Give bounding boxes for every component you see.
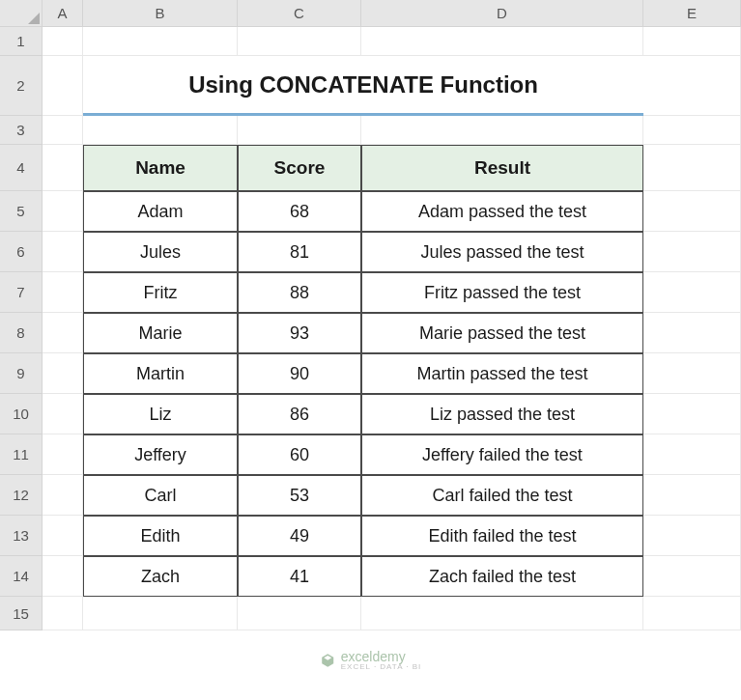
table-cell-name[interactable]: Liz xyxy=(83,394,238,434)
table-cell-result[interactable]: Zach failed the test xyxy=(361,556,643,597)
cell-a10[interactable] xyxy=(43,394,83,434)
table-cell-score[interactable]: 49 xyxy=(238,516,361,556)
row-header-6[interactable]: 6 xyxy=(0,232,43,272)
table-header-name[interactable]: Name xyxy=(83,145,238,191)
cell-a13[interactable] xyxy=(43,516,83,556)
col-header-b[interactable]: B xyxy=(83,0,238,27)
row-header-7[interactable]: 7 xyxy=(0,272,43,313)
row-header-12[interactable]: 12 xyxy=(0,475,43,516)
cell-b3[interactable] xyxy=(83,116,238,145)
table-cell-result[interactable]: Marie passed the test xyxy=(361,313,643,353)
cell-b1[interactable] xyxy=(83,27,238,56)
table-cell-score[interactable]: 60 xyxy=(238,434,361,475)
cell-e13[interactable] xyxy=(643,516,741,556)
cell-a2[interactable] xyxy=(43,56,83,116)
cell-e9[interactable] xyxy=(643,353,741,394)
table-cell-name[interactable]: Jeffery xyxy=(83,434,238,475)
row-header-15[interactable]: 15 xyxy=(0,597,43,630)
row-header-5[interactable]: 5 xyxy=(0,191,43,232)
cell-a4[interactable] xyxy=(43,145,83,191)
cell-c1[interactable] xyxy=(238,27,361,56)
cell-e14[interactable] xyxy=(643,556,741,597)
row-header-9[interactable]: 9 xyxy=(0,353,43,394)
table-cell-result[interactable]: Jules passed the test xyxy=(361,232,643,272)
table-cell-name[interactable]: Adam xyxy=(83,191,238,232)
cell-e12[interactable] xyxy=(643,475,741,516)
table-cell-result[interactable]: Adam passed the test xyxy=(361,191,643,232)
table-cell-score[interactable]: 53 xyxy=(238,475,361,516)
cell-c3[interactable] xyxy=(238,116,361,145)
row-header-13[interactable]: 13 xyxy=(0,516,43,556)
cell-a5[interactable] xyxy=(43,191,83,232)
row-header-3[interactable]: 3 xyxy=(0,116,43,145)
table-cell-score[interactable]: 68 xyxy=(238,191,361,232)
cell-a11[interactable] xyxy=(43,434,83,475)
table-cell-name[interactable]: Carl xyxy=(83,475,238,516)
table-cell-name[interactable]: Martin xyxy=(83,353,238,394)
cell-a9[interactable] xyxy=(43,353,83,394)
table-cell-result[interactable]: Carl failed the test xyxy=(361,475,643,516)
table-cell-score[interactable]: 90 xyxy=(238,353,361,394)
cell-a3[interactable] xyxy=(43,116,83,145)
table-cell-score[interactable]: 41 xyxy=(238,556,361,597)
cell-e11[interactable] xyxy=(643,434,741,475)
cell-e1[interactable] xyxy=(643,27,741,56)
table-header-result[interactable]: Result xyxy=(361,145,643,191)
cell-a6[interactable] xyxy=(43,232,83,272)
cell-a8[interactable] xyxy=(43,313,83,353)
cell-e5[interactable] xyxy=(643,191,741,232)
cell-a12[interactable] xyxy=(43,475,83,516)
cell-e4[interactable] xyxy=(643,145,741,191)
cell-a7[interactable] xyxy=(43,272,83,313)
cell-e8[interactable] xyxy=(643,313,741,353)
row-header-4[interactable]: 4 xyxy=(0,145,43,191)
spreadsheet-grid: A B C D E 1 2 Using CONCATENATE Function… xyxy=(0,0,741,630)
cell-e3[interactable] xyxy=(643,116,741,145)
table-cell-result[interactable]: Martin passed the test xyxy=(361,353,643,394)
table-cell-name[interactable]: Marie xyxy=(83,313,238,353)
row-header-14[interactable]: 14 xyxy=(0,556,43,597)
row-header-1[interactable]: 1 xyxy=(0,27,43,56)
col-header-c[interactable]: C xyxy=(238,0,361,27)
table-cell-result[interactable]: Liz passed the test xyxy=(361,394,643,434)
cell-d1[interactable] xyxy=(361,27,643,56)
table-cell-result[interactable]: Fritz passed the test xyxy=(361,272,643,313)
cell-a14[interactable] xyxy=(43,556,83,597)
col-header-d[interactable]: D xyxy=(361,0,643,27)
col-header-a[interactable]: A xyxy=(43,0,83,27)
table-cell-result[interactable]: Edith failed the test xyxy=(361,516,643,556)
cell-c15[interactable] xyxy=(238,597,361,630)
select-all-corner[interactable] xyxy=(0,0,43,27)
cell-e6[interactable] xyxy=(643,232,741,272)
cell-a15[interactable] xyxy=(43,597,83,630)
cell-d15[interactable] xyxy=(361,597,643,630)
col-header-e[interactable]: E xyxy=(643,0,741,27)
table-cell-name[interactable]: Fritz xyxy=(83,272,238,313)
watermark: exceldemy EXCEL · DATA · BI xyxy=(320,650,422,671)
table-cell-name[interactable]: Edith xyxy=(83,516,238,556)
row-header-2[interactable]: 2 xyxy=(0,56,43,116)
cube-icon xyxy=(320,653,335,668)
table-cell-score[interactable]: 88 xyxy=(238,272,361,313)
table-cell-score[interactable]: 81 xyxy=(238,232,361,272)
watermark-tagline: EXCEL · DATA · BI xyxy=(341,663,422,671)
table-cell-score[interactable]: 93 xyxy=(238,313,361,353)
watermark-brand: exceldemy xyxy=(341,650,422,663)
table-cell-score[interactable]: 86 xyxy=(238,394,361,434)
cell-a1[interactable] xyxy=(43,27,83,56)
row-header-8[interactable]: 8 xyxy=(0,313,43,353)
cell-e15[interactable] xyxy=(643,597,741,630)
table-cell-name[interactable]: Jules xyxy=(83,232,238,272)
cell-e10[interactable] xyxy=(643,394,741,434)
cell-d3[interactable] xyxy=(361,116,643,145)
table-header-score[interactable]: Score xyxy=(238,145,361,191)
row-header-11[interactable]: 11 xyxy=(0,434,43,475)
cell-e7[interactable] xyxy=(643,272,741,313)
cell-e2[interactable] xyxy=(643,56,741,116)
cell-b15[interactable] xyxy=(83,597,238,630)
table-cell-result[interactable]: Jeffery failed the test xyxy=(361,434,643,475)
row-header-10[interactable]: 10 xyxy=(0,394,43,434)
title-cell[interactable]: Using CONCATENATE Function xyxy=(83,56,643,116)
table-cell-name[interactable]: Zach xyxy=(83,556,238,597)
